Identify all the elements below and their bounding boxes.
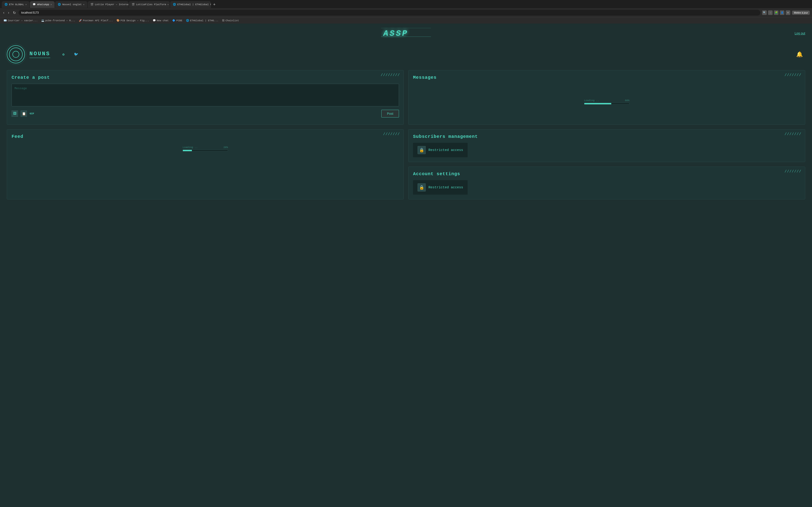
logout-button[interactable]: Log out (795, 32, 805, 35)
bookmark-pcbe2-label: PCBE (176, 19, 182, 22)
tab-eth-global-close[interactable]: ✕ (26, 3, 27, 6)
bookmarks-bar: 📧 Courrier – xavier... 💻 pcbe-frontend –… (0, 17, 812, 23)
bookmark-courrier[interactable]: 📧 Courrier – xavier... (2, 18, 39, 22)
tab-eth-global[interactable]: 🌐 ETH GLOBAL ✕ (2, 1, 30, 8)
tab-ethglobal[interactable]: 🌐 ETHGlobal | ETHGlobal Paris ✕ (170, 1, 211, 8)
bookmark-ethglobal2[interactable]: 🌐 ETHGlobal | ETHG... (185, 18, 220, 22)
bookmark-ethglobal2-icon: 🌐 (186, 19, 189, 22)
forward-button[interactable]: › (7, 10, 10, 15)
tab-lottie-player[interactable]: 🎬 Lottie Player – Interactivity Gu... ✕ (88, 1, 129, 8)
settings-icon[interactable]: ⚙ (786, 10, 790, 15)
bookmark-newchat-label: New chat (157, 19, 169, 22)
bookmark-chainlist-icon: ⛓ (222, 19, 224, 22)
feed-loading-percent: 20% (223, 146, 228, 149)
update-button[interactable]: Mettre à jour (792, 11, 810, 15)
subscribers-restricted-button[interactable]: 🔒 Restricted access (413, 143, 468, 157)
app: ASSP Log out NOUNS ✿ 🐦 🔔 //////// Create… (0, 23, 812, 507)
subscribers-lock-icon: 🔒 (417, 146, 426, 154)
feed-loading-container: Loading .. 20% (11, 146, 399, 152)
bookmark-chainlist[interactable]: ⛓ Chainlist (221, 18, 240, 22)
search-icon[interactable]: 🔍 (762, 10, 767, 15)
tab-lottiefiles-close[interactable]: ✕ (167, 3, 169, 6)
feed-title: Feed (11, 134, 399, 139)
social-twitter-icon[interactable]: 🐦 (72, 50, 80, 58)
tab-whatsapp[interactable]: 💬 WhatsApp ✕ (30, 1, 55, 8)
message-input[interactable] (11, 84, 399, 106)
notification-bell-icon[interactable]: 🔔 (796, 51, 803, 58)
toolbar-icons: 🔍 ☆ 🧩 👤 ⚙ (762, 10, 790, 15)
bookmark-icon[interactable]: ☆ (768, 10, 773, 15)
tab-bar: 🌐 ETH GLOBAL ✕ 💬 WhatsApp ✕ 🌐 Nouvel ong… (0, 0, 812, 8)
messages-loading-bar-bg (584, 103, 629, 105)
feed-loading-bar-fill (183, 150, 192, 151)
bookmark-postman[interactable]: 🚀 Postman API Platf... (78, 18, 114, 22)
feed-loading-label-row: Loading .. 20% (183, 146, 228, 149)
tab-ethglobal-icon: 🌐 (173, 3, 176, 6)
bookmark-pcbe-label: pcbe-frontend – R... (45, 19, 75, 22)
bookmark-pcbe2[interactable]: 🔷 PCBE (171, 18, 184, 22)
tab-nouvel-label: Nouvel onglet (62, 3, 82, 6)
account-restricted-button[interactable]: 🔒 Restricted access (413, 180, 468, 194)
account-title: Account settings (413, 171, 801, 176)
tab-lottiefiles[interactable]: 🎬 LottieFiles Platform ✕ (129, 1, 170, 8)
bookmark-pcbdesign-icon: 🎨 (116, 19, 120, 22)
avatar (7, 45, 25, 63)
tab-lottie-label: Lottie Player – Interactivity Gu... (95, 3, 129, 6)
bookmark-courrier-label: Courrier – xavier... (8, 19, 38, 22)
messages-loading-bar-fill (584, 103, 611, 104)
extension-icon[interactable]: 🧩 (774, 10, 778, 15)
bookmark-postman-label: Postman API Platf... (83, 19, 113, 22)
tab-eth-global-icon: 🌐 (5, 3, 8, 6)
profile-bar: NOUNS ✿ 🐦 🔔 (0, 43, 812, 66)
bookmark-pcbdesign[interactable]: 🎨 PCB Design – Fig... (115, 18, 150, 22)
tab-whatsapp-close[interactable]: ✕ (51, 3, 52, 6)
account-decoration: /////// (784, 170, 801, 174)
profile-social: ✿ 🐦 (59, 50, 80, 58)
profile-icon[interactable]: 👤 (780, 10, 784, 15)
feed-panel: /////// Feed Loading .. 20% (7, 129, 404, 200)
messages-panel: /////// Messages Loading .. 60% (408, 70, 805, 125)
account-lock-icon: 🔒 (417, 183, 426, 191)
bookmark-pcbe[interactable]: 💻 pcbe-frontend – R... (40, 18, 77, 22)
account-settings-panel: /////// Account settings 🔒 Restricted ac… (408, 167, 805, 200)
image-upload-icon[interactable]: 🖼 (11, 110, 18, 117)
app-header: ASSP Log out (0, 23, 812, 43)
create-post-decoration: //////// (380, 73, 400, 77)
account-restricted-label: Restricted access (428, 186, 463, 189)
social-flower-icon[interactable]: ✿ (59, 50, 67, 58)
video-upload-icon[interactable]: 📋 (20, 110, 27, 117)
back-button[interactable]: ‹ (2, 10, 5, 15)
feed-loading-bar-bg (183, 150, 228, 152)
bookmark-pcbdesign-label: PCB Design – Fig... (120, 19, 149, 22)
avatar-ring (5, 44, 26, 65)
address-input[interactable] (18, 10, 761, 16)
gif-label[interactable]: GIF (30, 112, 34, 115)
refresh-button[interactable]: ↻ (12, 10, 17, 15)
tab-nouvel-close[interactable]: ✕ (83, 3, 85, 6)
subscribers-panel: /////// Subscribers management 🔒 Restric… (408, 129, 805, 162)
bookmark-courrier-icon: 📧 (4, 19, 7, 22)
create-post-title: Create a post (11, 75, 399, 80)
messages-decoration: /////// (784, 73, 801, 77)
create-post-panel: //////// Create a post 🖼 📋 GIF Post (7, 70, 404, 125)
feed-loading-label: Loading .. (183, 146, 198, 149)
new-tab-button[interactable]: + (211, 2, 217, 7)
profile-name: NOUNS (30, 51, 50, 58)
bookmark-newchat[interactable]: 💬 New chat (151, 18, 170, 22)
tab-nouvel-icon: 🌐 (58, 3, 61, 6)
bookmark-pcbe2-icon: 🔷 (172, 19, 175, 22)
tab-eth-global-label: ETH GLOBAL (9, 3, 24, 6)
tab-ethglobal-label: ETHGlobal | ETHGlobal Paris (177, 3, 211, 6)
address-bar-row: ‹ › ↻ 🔍 ☆ 🧩 👤 ⚙ Mettre à jour (0, 8, 812, 17)
tab-nouvel-onglet[interactable]: 🌐 Nouvel onglet ✕ (55, 1, 87, 8)
tab-lottie-icon: 🎬 (90, 3, 94, 6)
post-button[interactable]: Post (381, 110, 399, 117)
main-grid: //////// Create a post 🖼 📋 GIF Post ////… (0, 66, 812, 204)
messages-title: Messages (413, 75, 801, 80)
tab-whatsapp-icon: 💬 (33, 3, 36, 6)
bookmark-pcbe-icon: 💻 (41, 19, 44, 22)
feed-decoration: /////// (383, 132, 400, 136)
messages-loading-label: Loading .. (584, 99, 599, 102)
bookmark-chainlist-label: Chainlist (225, 19, 239, 22)
logo-svg: ASSP (381, 27, 431, 38)
